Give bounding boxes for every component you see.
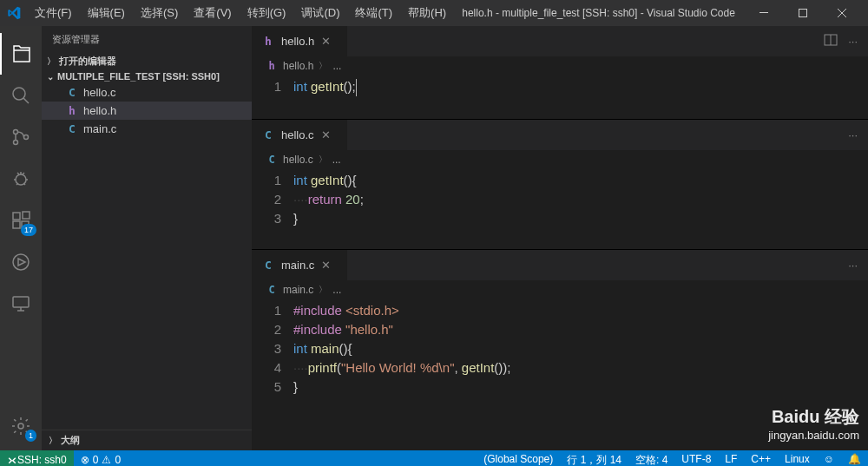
svg-point-5 xyxy=(24,135,29,140)
menu-item[interactable]: 转到(G) xyxy=(240,2,293,24)
menu-item[interactable]: 查看(V) xyxy=(187,2,238,24)
c-file-icon: C xyxy=(262,128,274,141)
cursor-position[interactable]: 行 1，列 14 xyxy=(560,453,628,467)
file-item[interactable]: Cmain.c xyxy=(42,120,252,138)
sidebar: 资源管理器 〉打开的编辑器 ⌄MULTIPLE_FILE_TEST [SSH: … xyxy=(42,26,252,450)
c-file-icon: C xyxy=(266,154,278,166)
split-editor-icon[interactable] xyxy=(824,33,838,49)
more-actions-icon[interactable]: ··· xyxy=(848,259,858,272)
editor-group-3: Cmain.c✕ ··· Cmain.c〉... 12345 #include … xyxy=(252,250,868,450)
remote-explorer-icon[interactable] xyxy=(0,283,42,325)
notifications-icon[interactable]: 🔔 xyxy=(841,453,868,465)
menu-item[interactable]: 文件(F) xyxy=(28,2,79,24)
status-bar: SSH: ssh0 ⊗0⚠0 (Global Scope) 行 1，列 14 空… xyxy=(0,450,868,466)
menu-item[interactable]: 调试(D) xyxy=(294,2,346,24)
code-editor[interactable]: 12345 #include <stdio.h>#include "hello.… xyxy=(252,299,868,450)
file-name: main.c xyxy=(83,122,116,135)
test-icon[interactable] xyxy=(0,241,42,283)
maximize-button[interactable] xyxy=(783,0,822,26)
h-file-icon: h xyxy=(262,35,274,48)
svg-rect-7 xyxy=(13,213,20,220)
svg-rect-1 xyxy=(799,10,806,17)
explorer-icon[interactable] xyxy=(0,33,42,75)
code-editor[interactable]: 1 int getInt(); xyxy=(252,75,868,119)
file-type-icon: C xyxy=(66,86,78,99)
editor-group-2: Chello.c✕ ··· Chello.c〉... 123 int getIn… xyxy=(252,120,868,249)
eol-button[interactable]: LF xyxy=(718,453,744,465)
breadcrumb[interactable]: Chello.c〉... xyxy=(252,150,868,169)
folder-section[interactable]: ⌄MULTIPLE_FILE_TEST [SSH: SSH0] xyxy=(42,69,252,83)
menu-item[interactable]: 帮助(H) xyxy=(401,2,453,24)
file-name: hello.h xyxy=(83,104,116,117)
close-tab-icon[interactable]: ✕ xyxy=(321,35,331,48)
code-editor[interactable]: 123 int getInt(){····return 20;} xyxy=(252,169,868,249)
remote-indicator[interactable]: SSH: ssh0 xyxy=(0,450,74,466)
svg-point-4 xyxy=(14,141,18,145)
search-icon[interactable] xyxy=(0,75,42,116)
tab-hello-c[interactable]: Chello.c✕ xyxy=(252,120,347,150)
extensions-icon[interactable]: 17 xyxy=(0,200,42,241)
settings-icon[interactable]: 1 xyxy=(0,405,42,447)
minimize-button[interactable] xyxy=(744,0,783,26)
window-title: hello.h - multiple_file_test [SSH: ssh0]… xyxy=(453,7,744,19)
outline-section[interactable]: 〉大纲 xyxy=(42,430,252,450)
h-file-icon: h xyxy=(266,60,278,72)
sidebar-title: 资源管理器 xyxy=(42,26,252,53)
editor-group-1: hhello.h✕ ··· hhello.h〉... 1 int getInt(… xyxy=(252,26,868,119)
encoding-button[interactable]: UTF-8 xyxy=(674,453,718,465)
close-tab-icon[interactable]: ✕ xyxy=(321,259,331,272)
indentation-button[interactable]: 空格: 4 xyxy=(628,453,674,467)
c-file-icon: C xyxy=(266,284,278,296)
close-tab-icon[interactable]: ✕ xyxy=(321,128,331,141)
file-type-icon: C xyxy=(66,122,78,135)
problems-button[interactable]: ⊗0⚠0 xyxy=(74,450,128,466)
file-name: hello.c xyxy=(83,86,116,99)
activity-bar: 17 1 xyxy=(0,26,42,450)
breadcrumb[interactable]: hhello.h〉... xyxy=(252,56,868,75)
file-item[interactable]: hhello.h xyxy=(42,102,252,120)
close-button[interactable] xyxy=(822,0,861,26)
tab-hello-h[interactable]: hhello.h✕ xyxy=(252,26,347,56)
svg-rect-10 xyxy=(23,212,30,219)
file-type-icon: h xyxy=(66,104,78,117)
c-file-icon: C xyxy=(262,259,274,272)
svg-point-3 xyxy=(14,130,18,135)
scope-indicator[interactable]: (Global Scope) xyxy=(477,453,560,465)
svg-rect-12 xyxy=(13,297,29,307)
menu-item[interactable]: 选择(S) xyxy=(134,2,185,24)
chevron-right-icon: 〉 xyxy=(49,435,57,447)
tab-main-c[interactable]: Cmain.c✕ xyxy=(252,250,347,280)
feedback-icon[interactable]: ☺ xyxy=(817,453,841,465)
menu-bar: 文件(F)编辑(E)选择(S)查看(V)转到(G)调试(D)终端(T)帮助(H) xyxy=(28,2,453,24)
os-indicator[interactable]: Linux xyxy=(778,453,817,465)
svg-point-13 xyxy=(18,423,23,429)
more-actions-icon[interactable]: ··· xyxy=(848,35,858,48)
chevron-down-icon: ⌄ xyxy=(47,72,54,82)
debug-icon[interactable] xyxy=(0,158,42,200)
menu-item[interactable]: 终端(T) xyxy=(348,2,399,24)
svg-rect-0 xyxy=(760,12,768,13)
vscode-logo-icon xyxy=(7,6,21,20)
open-editors-section[interactable]: 〉打开的编辑器 xyxy=(42,53,252,69)
svg-rect-8 xyxy=(13,221,20,228)
language-mode-button[interactable]: C++ xyxy=(744,453,778,465)
breadcrumb[interactable]: Cmain.c〉... xyxy=(252,280,868,299)
svg-point-2 xyxy=(13,88,25,100)
chevron-right-icon: 〉 xyxy=(47,56,56,68)
menu-item[interactable]: 编辑(E) xyxy=(81,2,132,24)
source-control-icon[interactable] xyxy=(0,116,42,158)
more-actions-icon[interactable]: ··· xyxy=(848,128,858,141)
file-item[interactable]: Chello.c xyxy=(42,83,252,102)
